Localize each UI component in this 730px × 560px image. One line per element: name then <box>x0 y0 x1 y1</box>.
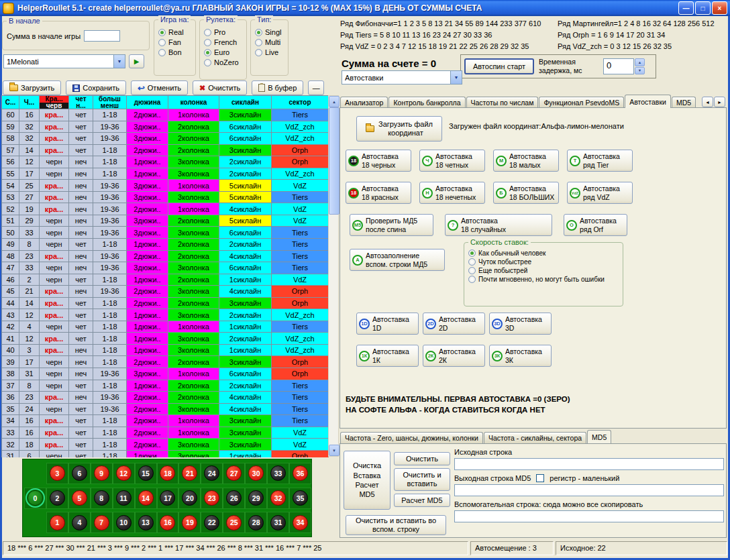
board-cell[interactable]: 15 <box>135 463 157 484</box>
speed-radio-option[interactable]: Как обычный человек <box>468 249 620 257</box>
collapse-button[interactable]: — <box>308 80 324 95</box>
tab-MD5[interactable]: MD5 <box>672 97 696 108</box>
table-row[interactable]: 5714кра...чет1-182дюжи..2колонка3сиклайн… <box>2 145 329 157</box>
scrollbar-thumb[interactable] <box>329 107 340 215</box>
autobets-combobox[interactable]: Автоставки ▼ <box>342 70 462 85</box>
autobet-button[interactable]: ТАвтоставкаряд Tier <box>567 150 633 172</box>
roulette-number[interactable]: 24 <box>204 465 219 481</box>
table-row[interactable]: 5129черннеч19-363дюжи..2колонка5сиклайнV… <box>2 215 329 227</box>
autobet-button[interactable]: VdZАвтоставкаряд VdZ <box>567 182 633 204</box>
table-row[interactable]: 3831черннеч19-363дюжи..1колонка6сиклайнO… <box>2 368 329 380</box>
roulette-number[interactable]: 7 <box>94 515 109 530</box>
profile-combobox[interactable]: 1Melonati ▼ <box>3 54 125 68</box>
autospin-start-button[interactable]: Автоспин старт <box>464 58 534 74</box>
board-cell[interactable]: 35 <box>289 488 311 509</box>
roulette-number[interactable]: 10 <box>116 515 132 530</box>
table-row[interactable]: 5327кра...неч19-363дюжи..3колонка5сиклай… <box>2 192 329 204</box>
table-row[interactable]: 3218кра...чет1-182дюжи..3колонка3сиклайн… <box>2 439 329 451</box>
roulette-number[interactable]: 11 <box>116 490 132 506</box>
md5-clear-paste-aux-button[interactable]: Очистить и вставить во вспом. строку <box>346 515 446 535</box>
scroll-up-icon[interactable]: ▲ <box>329 96 340 107</box>
bottom-tab-MD5[interactable]: MD5 <box>587 430 611 443</box>
board-cell[interactable]: 29 <box>245 488 267 509</box>
chevron-down-icon[interactable]: ▼ <box>450 71 462 84</box>
delay-value[interactable]: 0 <box>603 58 634 74</box>
roulette-radio-option[interactable]: NoZero <box>204 58 244 66</box>
undo-button[interactable]: ↩Отменить <box>131 80 188 95</box>
speed-radio-option[interactable]: Чуток побыстрее <box>468 258 620 266</box>
roulette-number[interactable]: 13 <box>138 515 154 530</box>
board-cell[interactable]: 3 <box>46 463 68 484</box>
roulette-number[interactable]: 2 <box>50 490 65 506</box>
table-row[interactable]: 6016кра...чет1-182дюжи..1колонка3сиклайн… <box>2 109 329 121</box>
table-row[interactable]: 5425кра...неч19-363дюжи..1колонка5сиклай… <box>2 180 329 192</box>
type-radio-option[interactable]: Live <box>255 48 285 56</box>
table-row[interactable]: 3917черннеч1-182дюжи..2колонка3сиклайнOr… <box>2 356 329 368</box>
board-cell[interactable]: 17 <box>157 488 179 509</box>
roulette-number[interactable]: 19 <box>182 515 197 530</box>
table-row[interactable]: 378чернчет1-181дюжи..2колонка2сиклайнTie… <box>2 380 329 392</box>
roulette-number[interactable]: 3 <box>50 465 65 481</box>
board-cell[interactable]: 6 <box>68 463 91 484</box>
type-radio-option[interactable]: Multi <box>255 38 285 46</box>
table-row[interactable]: 5033черннеч19-363дюжи..3колонка6сиклайнT… <box>2 227 329 239</box>
autobet-button[interactable]: ЧАвтоставка18 четных <box>419 150 485 172</box>
roulette-number[interactable]: 34 <box>293 515 308 530</box>
roulette-number[interactable]: 20 <box>182 490 197 506</box>
board-cell[interactable]: 27 <box>223 463 245 484</box>
load-coordinates-button[interactable]: Загрузить файлкоординат <box>356 116 442 142</box>
game-radio-option[interactable]: Real <box>158 28 193 36</box>
board-cell[interactable]: 25 <box>223 512 245 533</box>
chevron-down-icon[interactable]: ▼ <box>113 55 125 68</box>
table-row[interactable]: 5932кра...чет19-363дюжи..2колонка6сиклай… <box>2 121 329 133</box>
autobet-button[interactable]: ОАвтоставкаряд Orf <box>564 214 627 236</box>
roulette-number[interactable]: 5 <box>72 490 87 506</box>
roulette-number[interactable]: 36 <box>293 465 308 481</box>
play-button[interactable]: ▶ <box>129 54 144 68</box>
md5-big-button[interactable]: Очистка Вставка Расчет MD5 <box>344 451 390 510</box>
board-cell[interactable]: 13 <box>135 512 157 533</box>
scroll-down-icon[interactable]: ▼ <box>329 445 340 456</box>
maximize-button[interactable]: □ <box>695 1 711 15</box>
autobet-button[interactable]: ААвтозаполнениевспом. строки МД5 <box>350 249 445 271</box>
autobet-button[interactable]: НАвтоставка18 нечетных <box>419 182 485 204</box>
autobet-button[interactable]: 3КАвтоставка3К <box>489 345 552 367</box>
spin-up-icon[interactable]: ▲ <box>635 58 645 66</box>
roulette-number[interactable]: 35 <box>293 490 308 506</box>
roulette-radio-option[interactable]: Pro <box>204 28 244 36</box>
tabs-left-icon[interactable]: ◄ <box>702 97 713 107</box>
autobet-button[interactable]: 1DАвтоставка1D <box>356 313 419 335</box>
table-row[interactable]: 5832кра...чет19-363дюжи..2колонка6сиклай… <box>2 133 329 145</box>
table-row[interactable]: 403кра...неч1-181дюжи..3колонка1сиклайнV… <box>2 345 329 357</box>
table-row[interactable]: 3416кра...чет1-182дюжи..1колонка3сиклайн… <box>2 415 329 427</box>
roulette-number[interactable]: 9 <box>94 465 109 481</box>
roulette-number[interactable]: 22 <box>204 515 219 530</box>
autobet-button[interactable]: М5Проверить МД5после спина <box>350 214 433 236</box>
delay-spinner[interactable]: 0 ▲ ▼ <box>603 58 645 74</box>
table-row[interactable]: 4312кра...чет1-181дюжи..3колонка2сиклайн… <box>2 309 329 321</box>
roulette-number[interactable]: 21 <box>182 465 197 481</box>
table-row[interactable]: 5517черннеч1-181дюжи..3колонка2сиклайнVd… <box>2 168 329 180</box>
roulette-number[interactable]: 26 <box>226 490 242 506</box>
start-sum-input[interactable] <box>84 30 120 42</box>
bottom-tab-Частота - сиклайны, сектора[interactable]: Частота - сиклайны, сектора <box>484 432 586 443</box>
game-radio-option[interactable]: Fan <box>158 38 193 46</box>
type-radio-option[interactable]: Singl <box>255 28 285 36</box>
minimize-button[interactable]: — <box>678 1 694 15</box>
md5-clear-button[interactable]: Очистить <box>394 452 450 465</box>
speed-radio-option[interactable]: Почти мгновенно, но могут быть ошибки <box>468 276 620 283</box>
roulette-radio-option[interactable]: French <box>204 38 244 46</box>
md5-source-input[interactable] <box>454 458 724 470</box>
tab-Контроль банкролла[interactable]: Контроль банкролла <box>388 97 465 108</box>
close-button[interactable]: × <box>712 1 727 15</box>
roulette-number[interactable]: 29 <box>248 490 264 506</box>
table-row[interactable]: 5219кра...неч19-362дюжи..1колонка4сиклай… <box>2 203 329 215</box>
roulette-number[interactable]: 16 <box>160 515 175 530</box>
table-row[interactable]: 3316кра...чет1-182дюжи..1колонка3сиклайн… <box>2 427 329 439</box>
tabs-right-icon[interactable]: ► <box>714 97 725 107</box>
board-cell[interactable]: 14 <box>135 488 157 509</box>
board-cell[interactable]: 18 <box>157 463 179 484</box>
board-cell[interactable]: 5 <box>68 488 91 509</box>
autobet-button[interactable]: 1КАвтоставка1К <box>356 345 419 367</box>
load-button[interactable]: Загрузить <box>3 80 61 95</box>
